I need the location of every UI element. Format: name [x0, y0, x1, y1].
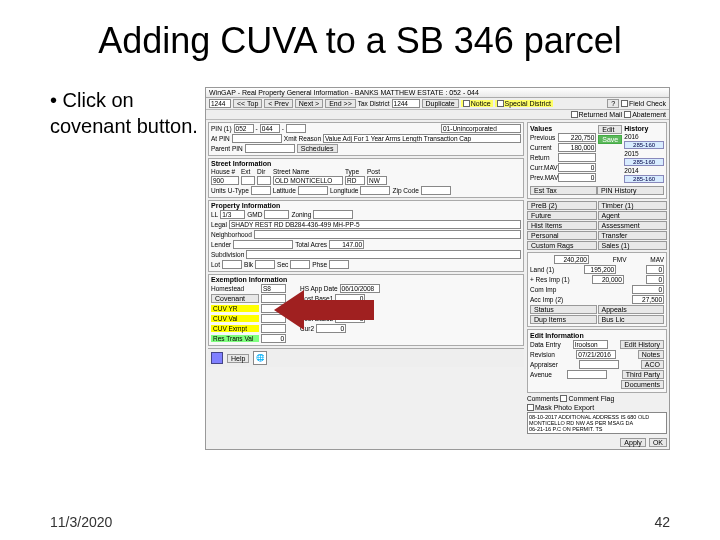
cuv-yr-field[interactable]	[261, 304, 286, 313]
post-cur1-field[interactable]: 0	[331, 304, 361, 313]
top-button[interactable]: << Top	[233, 99, 262, 108]
cuv-val-field[interactable]	[261, 314, 286, 323]
agent-button[interactable]: Agent	[598, 211, 668, 220]
edit-history-button[interactable]: Edit History	[620, 340, 664, 349]
lender-field[interactable]	[233, 240, 293, 249]
hist-btn-1[interactable]: 285-160	[624, 141, 664, 149]
total-acres-label: Total Acres	[295, 241, 327, 248]
preb2-button[interactable]: PreB (2)	[527, 201, 597, 210]
covenant-button[interactable]: Covenant	[211, 294, 259, 303]
cur2-field[interactable]: 0	[316, 324, 346, 333]
duplicate-button[interactable]: Duplicate	[422, 99, 459, 108]
appraiser-field[interactable]	[579, 360, 619, 369]
pin-history-button[interactable]: PIN History	[597, 186, 664, 195]
parent-pin-field[interactable]	[245, 144, 295, 153]
personal-button[interactable]: Personal	[527, 231, 597, 240]
comments-text[interactable]: 08-10-2017 ADDITIONAL ADDRESS IS 680 OLD…	[527, 412, 667, 434]
hs-app-date-field[interactable]: 06/10/2008	[340, 284, 380, 293]
mask-photo-checkbox[interactable]: Mask Photo Export	[527, 404, 594, 411]
utype-field[interactable]	[251, 186, 271, 195]
save-button[interactable]: Save	[598, 135, 622, 144]
values-edit-button[interactable]: Edit	[598, 125, 622, 134]
subdivision-field[interactable]	[246, 250, 521, 259]
class-dropdown[interactable]: 01-Unincorporated	[441, 124, 521, 133]
res-trans-val-field[interactable]: 0	[261, 334, 286, 343]
tax-district-value[interactable]: 1244	[392, 99, 420, 108]
timber1-button[interactable]: Timber (1)	[598, 201, 668, 210]
globe-icon[interactable]: 🌐	[253, 351, 267, 365]
ext-field[interactable]	[241, 176, 255, 185]
schedules-button[interactable]: Schedules	[297, 144, 338, 153]
dup-items-button[interactable]: Dup Items	[530, 315, 597, 324]
documents-button[interactable]: Documents	[621, 380, 664, 389]
abatement-checkbox[interactable]: Abatement	[624, 111, 666, 118]
returned-mail-checkbox[interactable]: Returned Mail	[571, 111, 623, 118]
prev-button[interactable]: < Prev	[264, 99, 292, 108]
homestead-field[interactable]: S8	[261, 284, 286, 293]
dir-field[interactable]	[257, 176, 271, 185]
avenue-label: Avenue	[530, 371, 552, 378]
transfer-button[interactable]: Transfer	[598, 231, 668, 240]
longitude-field[interactable]	[360, 186, 390, 195]
zip-field[interactable]	[421, 186, 451, 195]
xmit-reason-field[interactable]: Value Adj For 1 Year Arms Length Transac…	[323, 134, 521, 143]
comment-flag-checkbox[interactable]: Comment Flag	[560, 395, 614, 402]
next-button[interactable]: Next >	[295, 99, 323, 108]
bus-lic-button[interactable]: Bus Lic	[598, 315, 665, 324]
post-base2-field[interactable]: 0	[335, 314, 365, 323]
covenant-field[interactable]	[261, 294, 286, 303]
house-field[interactable]: 900	[211, 176, 239, 185]
phse-field[interactable]	[329, 260, 349, 269]
neighborhood-field[interactable]	[254, 230, 521, 239]
color-swatch-icon[interactable]	[211, 352, 223, 364]
pin1-b[interactable]: 044	[260, 124, 280, 133]
legal-field[interactable]: SHADY REST RD DB284-436-499 MH-PP-5	[229, 220, 521, 229]
prev-mav-label: Prev.MAV	[530, 174, 558, 181]
post-field[interactable]: NW	[367, 176, 387, 185]
zoning-field[interactable]	[313, 210, 353, 219]
end-button[interactable]: End >>	[325, 99, 356, 108]
help-button[interactable]: Help	[227, 354, 249, 363]
apply-button[interactable]: Apply	[620, 438, 646, 447]
est-tax-button[interactable]: Est Tax	[530, 186, 597, 195]
hist-y2: 2015	[624, 150, 638, 157]
hist-btn-3[interactable]: 285-160	[624, 175, 664, 183]
custom-rags-button[interactable]: Custom Rags	[527, 241, 597, 250]
total-acres-field[interactable]: 147.00	[329, 240, 364, 249]
return-value[interactable]	[558, 153, 596, 162]
appeals-button[interactable]: Appeals	[598, 305, 665, 314]
sales1-button[interactable]: Sales (1)	[598, 241, 668, 250]
streetname-field[interactable]: OLD MONTICELLO	[273, 176, 343, 185]
avenue-field[interactable]	[567, 370, 607, 379]
lot-field[interactable]	[222, 260, 242, 269]
latitude-field[interactable]	[298, 186, 328, 195]
aco-button[interactable]: ACO	[641, 360, 664, 369]
post-base1-field[interactable]: 0	[335, 294, 365, 303]
notes-button[interactable]: Notes	[638, 350, 664, 359]
hist-btn-2[interactable]: 285-160	[624, 158, 664, 166]
ll-field[interactable]: 1/3	[220, 210, 245, 219]
ok-button[interactable]: OK	[649, 438, 667, 447]
exemption-section-title: Exemption Information	[211, 276, 521, 283]
special-district-checkbox[interactable]: Special District	[495, 100, 553, 107]
future-button[interactable]: Future	[527, 211, 597, 220]
pin1-c[interactable]	[286, 124, 306, 133]
blk-field[interactable]	[255, 260, 275, 269]
sec-field[interactable]	[290, 260, 310, 269]
cuv-exmpt-label: CUV Exmpt	[211, 325, 259, 332]
field-check-checkbox[interactable]: Field Check	[621, 100, 666, 107]
status-button[interactable]: Status	[530, 305, 597, 314]
at-pin-field[interactable]	[232, 134, 282, 143]
homestead-label: Homestead	[211, 285, 259, 292]
help-button-top[interactable]: ?	[607, 99, 619, 108]
assessment-button[interactable]: Assessment	[598, 221, 668, 230]
type-field[interactable]: RD	[345, 176, 365, 185]
notice-checkbox[interactable]: Notice	[461, 100, 493, 107]
cuv-exmpt-field[interactable]	[261, 324, 286, 333]
third-party-button[interactable]: Third Party	[622, 370, 664, 379]
hs-app-date-label: HS App Date	[300, 285, 338, 292]
hist-items-button[interactable]: Hist Items	[527, 221, 597, 230]
toolbar-row2: Returned Mail Abatement	[206, 110, 669, 120]
pin1-a[interactable]: 052	[234, 124, 254, 133]
gmd-field[interactable]	[264, 210, 289, 219]
